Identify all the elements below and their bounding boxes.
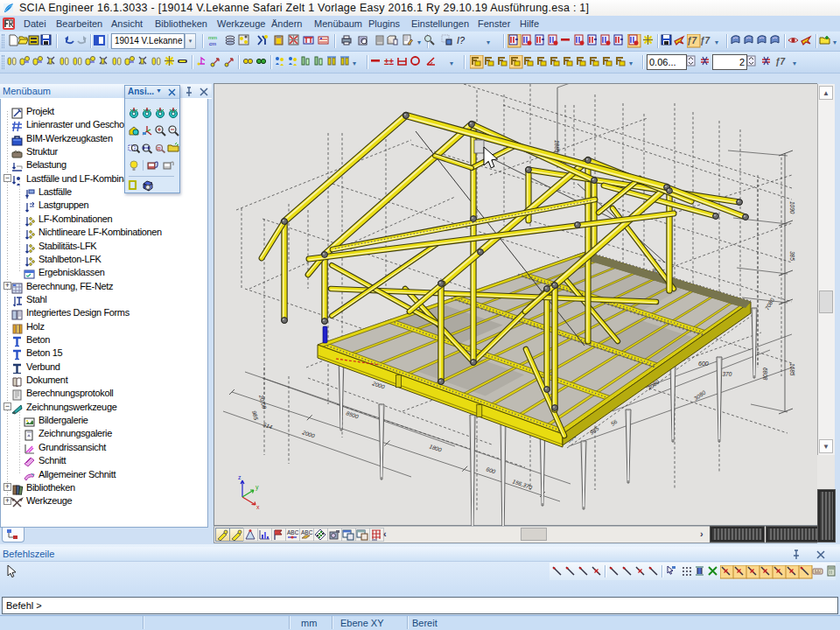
svg-text:y: y xyxy=(256,484,259,491)
svg-text:ƒ7: ƒ7 xyxy=(775,57,786,66)
svg-text:20,00: 20,00 xyxy=(258,393,268,410)
svg-text:±±: ±± xyxy=(384,57,394,66)
svg-text:385: 385 xyxy=(789,251,795,261)
svg-text:1885: 1885 xyxy=(554,140,560,153)
svg-text:z: z xyxy=(238,474,242,480)
svg-text:1685: 1685 xyxy=(789,363,795,376)
svg-text:6808: 6808 xyxy=(762,368,768,381)
svg-text:mm: mm xyxy=(208,35,217,40)
svg-text:514: 514 xyxy=(262,421,274,430)
svg-text:x: x xyxy=(256,504,260,510)
svg-text:ƒ7: ƒ7 xyxy=(700,36,710,46)
svg-text:ABC: ABC xyxy=(287,529,299,536)
svg-text:R: R xyxy=(158,146,162,151)
svg-text:ƒ7: ƒ7 xyxy=(687,36,697,46)
svg-text:985: 985 xyxy=(251,410,260,421)
svg-text:600: 600 xyxy=(698,360,709,367)
svg-text:3080: 3080 xyxy=(693,389,707,402)
svg-text:7080: 7080 xyxy=(764,297,775,311)
svg-text:1090: 1090 xyxy=(789,201,795,214)
svg-text:cm: cm xyxy=(209,41,216,46)
svg-text:985: 985 xyxy=(589,425,600,436)
svg-text:56: 56 xyxy=(610,418,619,427)
svg-text:1800: 1800 xyxy=(429,443,443,452)
svg-text:600: 600 xyxy=(486,466,497,474)
svg-text:2000: 2000 xyxy=(301,429,316,439)
svg-text:ABC: ABC xyxy=(301,529,313,536)
svg-text:I?: I? xyxy=(457,35,466,46)
